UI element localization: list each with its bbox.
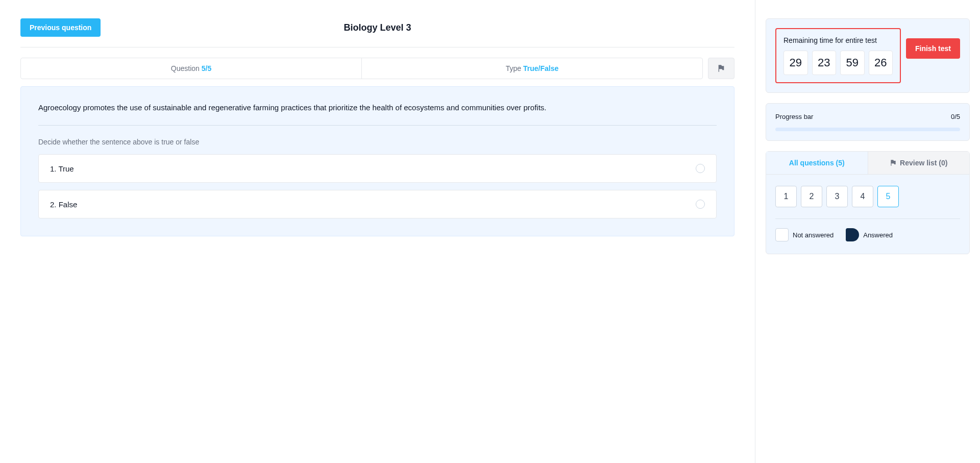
tab-all-label: All questions (5): [789, 159, 845, 167]
question-type-value: True/False: [523, 64, 558, 72]
question-nav-panel: All questions (5) Review list (0) 1 2 3 …: [766, 151, 970, 254]
question-label: Question: [171, 64, 200, 72]
divider: [20, 47, 734, 47]
question-meta-box: Question 5/5 Type True/False: [20, 58, 703, 79]
tab-review-list[interactable]: Review list (0): [868, 152, 970, 174]
question-nav-5[interactable]: 5: [877, 186, 899, 207]
legend-not-answered-label: Not answered: [793, 231, 834, 239]
timer-seconds: 26: [869, 51, 893, 75]
page-title: Biology Level 3: [344, 22, 411, 33]
progress-panel: Progress bar 0/5: [766, 103, 970, 141]
divider: [775, 218, 960, 219]
option-label: 2. False: [50, 200, 77, 209]
flag-question-button[interactable]: [708, 58, 734, 79]
timer-box: Remaining time for entire test 29 23 59 …: [775, 28, 901, 83]
progress-bar: [775, 128, 960, 131]
radio-icon: [696, 200, 705, 209]
question-text: Agroecology promotes the use of sustaina…: [38, 102, 717, 126]
tab-review-label: Review list (0): [900, 159, 947, 167]
previous-question-button[interactable]: Previous question: [20, 18, 101, 37]
question-nav-2[interactable]: 2: [801, 186, 822, 207]
flag-icon: [890, 159, 897, 166]
radio-icon: [696, 164, 705, 173]
question-type-cell: Type True/False: [361, 58, 702, 79]
legend-not-answered: Not answered: [775, 228, 834, 241]
timer-days: 29: [783, 51, 808, 75]
question-number-value: 5/5: [202, 64, 211, 72]
question-nav-1[interactable]: 1: [775, 186, 797, 207]
legend-answered-label: Answered: [863, 231, 893, 239]
option-false[interactable]: 2. False: [38, 190, 717, 218]
timer-hours: 23: [812, 51, 837, 75]
question-card: Agroecology promotes the use of sustaina…: [20, 86, 734, 236]
question-nav-4[interactable]: 4: [852, 186, 873, 207]
question-number-list: 1 2 3 4 5: [775, 186, 960, 207]
option-label: 1. True: [50, 164, 74, 173]
legend-swatch-answered-icon: [846, 228, 859, 241]
timer-panel: Remaining time for entire test 29 23 59 …: [766, 18, 970, 93]
type-label: Type: [506, 64, 521, 72]
progress-label: Progress bar: [775, 113, 813, 120]
progress-value: 0/5: [951, 113, 960, 120]
legend-answered: Answered: [846, 228, 893, 241]
timer-minutes: 59: [840, 51, 865, 75]
question-nav-3[interactable]: 3: [826, 186, 848, 207]
option-true[interactable]: 1. True: [38, 154, 717, 183]
question-number-cell: Question 5/5: [21, 58, 361, 79]
legend-swatch-unanswered-icon: [775, 228, 789, 241]
question-instruction: Decide whether the sentence above is tru…: [38, 138, 717, 146]
flag-icon: [717, 64, 725, 72]
finish-test-button[interactable]: Finish test: [906, 38, 960, 59]
timer-label: Remaining time for entire test: [783, 36, 893, 44]
tab-all-questions[interactable]: All questions (5): [766, 152, 868, 174]
